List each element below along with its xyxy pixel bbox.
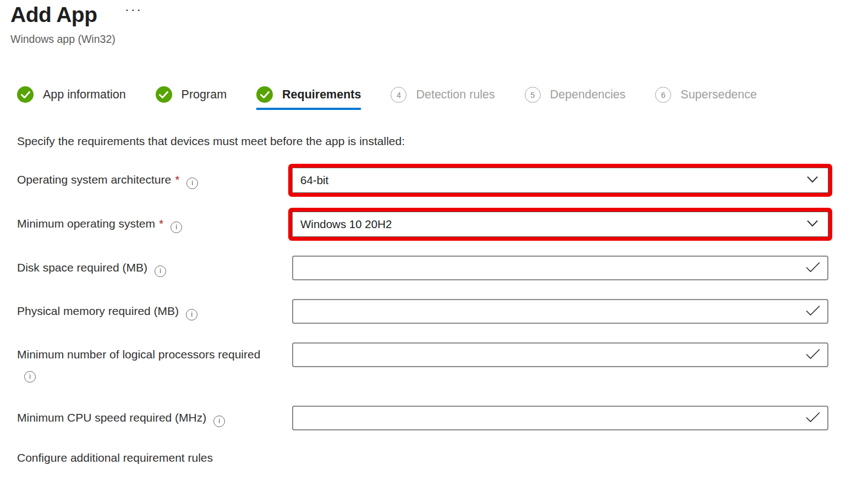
field-label-text: Physical memory required (MB) xyxy=(17,305,179,317)
field-label-text: Disk space required (MB) xyxy=(17,261,147,274)
cpu-speed-label: Minimum CPU speed required (MHz)i xyxy=(17,406,292,427)
tab-dependencies[interactable]: 5 Dependencies xyxy=(525,87,625,110)
cpu-speed-input[interactable] xyxy=(292,406,828,430)
tab-label: Detection rules xyxy=(416,88,495,102)
configure-additional-rules-heading: Configure additional requirement rules xyxy=(17,451,868,464)
step-number-icon: 5 xyxy=(525,87,541,103)
physical-memory-input[interactable] xyxy=(292,299,828,324)
completed-check-icon xyxy=(17,86,34,103)
tab-label: Dependencies xyxy=(550,88,625,102)
tab-requirements[interactable]: Requirements xyxy=(256,86,361,110)
dropdown-value: 64-bit xyxy=(300,174,328,187)
field-label-text: Operating system architecture xyxy=(17,173,171,186)
tab-label: Supersedence xyxy=(680,88,757,102)
field-row-physical-memory: Physical memory required (MB)i xyxy=(17,299,868,324)
field-label-text: Minimum CPU speed required (MHz) xyxy=(17,411,206,424)
tab-app-information[interactable]: App information xyxy=(17,86,126,110)
tab-supersedence[interactable]: 6 Supersedence xyxy=(655,87,757,110)
min-os-label: Minimum operating system*i xyxy=(17,212,292,233)
more-menu-icon[interactable]: ··· xyxy=(126,5,144,16)
os-architecture-dropdown[interactable]: 64-bit xyxy=(292,168,828,193)
disk-space-input[interactable] xyxy=(292,256,828,280)
min-os-dropdown[interactable]: Windows 10 20H2 xyxy=(292,212,828,237)
physical-memory-label: Physical memory required (MB)i xyxy=(17,299,292,320)
completed-check-icon xyxy=(156,86,172,103)
field-row-disk-space: Disk space required (MB)i xyxy=(17,256,868,280)
field-row-logical-processors: Minimum number of logical processors req… xyxy=(17,342,868,383)
requirements-form: Operating system architecture*i 64-bit M… xyxy=(17,168,868,430)
required-asterisk: * xyxy=(159,217,163,230)
tab-detection-rules[interactable]: 4 Detection rules xyxy=(391,87,495,110)
wizard-steps: App information Program Requirements 4 D… xyxy=(17,86,868,110)
chevron-down-icon xyxy=(807,175,818,185)
step-number-icon: 4 xyxy=(391,87,406,103)
completed-check-icon xyxy=(256,86,273,103)
disk-space-label: Disk space required (MB)i xyxy=(17,256,292,277)
chevron-down-icon xyxy=(807,219,818,229)
step-number-icon: 6 xyxy=(655,87,671,103)
tab-label: App information xyxy=(43,88,126,102)
dropdown-value: Windows 10 20H2 xyxy=(300,218,392,231)
info-icon[interactable]: i xyxy=(186,178,198,189)
page-header: Add App ··· Windows app (Win32) xyxy=(0,0,868,46)
info-icon[interactable]: i xyxy=(155,265,166,277)
requirements-instruction: Specify the requirements that devices mu… xyxy=(17,135,868,148)
required-asterisk: * xyxy=(175,173,179,186)
logical-processors-input[interactable] xyxy=(292,342,828,367)
tab-program[interactable]: Program xyxy=(156,86,227,110)
info-icon[interactable]: i xyxy=(213,416,225,427)
logical-processors-label: Minimum number of logical processors req… xyxy=(17,342,292,383)
field-row-cpu-speed: Minimum CPU speed required (MHz)i xyxy=(17,406,868,430)
page-subtitle: Windows app (Win32) xyxy=(10,33,868,46)
os-architecture-label: Operating system architecture*i xyxy=(17,168,292,189)
info-icon[interactable]: i xyxy=(186,309,197,320)
tab-label: Requirements xyxy=(282,88,361,102)
page-title: Add App xyxy=(10,1,97,29)
field-row-os-architecture: Operating system architecture*i 64-bit xyxy=(17,168,868,193)
tab-label: Program xyxy=(182,88,227,102)
add-app-page: Add App ··· Windows app (Win32) App info… xyxy=(0,0,868,464)
field-label-text: Minimum operating system xyxy=(17,217,155,230)
info-icon[interactable]: i xyxy=(171,222,182,233)
field-label-text: Minimum number of logical processors req… xyxy=(17,348,260,361)
info-icon[interactable]: i xyxy=(24,371,36,383)
field-row-min-os: Minimum operating system*i Windows 10 20… xyxy=(17,212,868,237)
